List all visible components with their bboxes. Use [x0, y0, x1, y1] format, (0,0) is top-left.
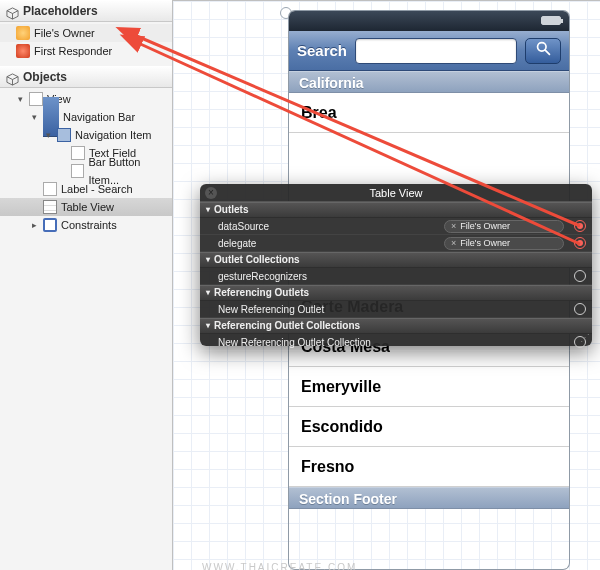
navigation-item-label: Navigation Item	[75, 126, 151, 144]
placeholders-list: File's Owner First Responder	[0, 22, 172, 66]
outline-table-view[interactable]: Table View	[0, 198, 172, 216]
new-referencing-outlet-collection-row[interactable]: New Referencing Outlet Collection	[200, 334, 592, 351]
label-icon	[43, 182, 57, 196]
disclosure-triangle-icon[interactable]: ▾	[30, 108, 39, 126]
view-icon	[29, 92, 43, 106]
disclosure-triangle-icon[interactable]: ▾	[206, 318, 210, 334]
table-view-icon	[43, 200, 57, 214]
navigation-bar-label: Navigation Bar	[63, 108, 135, 126]
new-referencing-outlet-row[interactable]: New Referencing Outlet	[200, 301, 592, 318]
constraints-icon	[43, 218, 57, 232]
disconnect-icon[interactable]: ×	[451, 238, 456, 249]
table-row[interactable]: Fresno	[289, 447, 569, 487]
connection-port-icon[interactable]	[574, 220, 586, 232]
disclosure-triangle-icon[interactable]: ▾	[206, 252, 210, 268]
connection-port-icon[interactable]	[574, 303, 586, 315]
referencing-outlet-collections-section-header[interactable]: ▾ Referencing Outlet Collections	[200, 318, 592, 334]
objects-header-label: Objects	[23, 66, 67, 88]
outlet-datasource-label: dataSource	[218, 221, 444, 232]
outlets-section-header[interactable]: ▾ Outlets	[200, 202, 592, 218]
disclosure-triangle-icon[interactable]: ▾	[44, 126, 53, 144]
outlet-delegate-row[interactable]: delegate ×File's Owner	[200, 235, 592, 252]
disclosure-triangle-icon[interactable]: ▸	[30, 216, 39, 234]
section-header: California	[289, 71, 569, 93]
connection-port-icon[interactable]	[574, 270, 586, 282]
svg-line-3	[545, 50, 549, 54]
connections-title: Table View	[370, 187, 423, 199]
outline-navigation-bar[interactable]: ▾ Navigation Bar	[0, 108, 172, 126]
gesture-recognizers-row[interactable]: gestureRecognizers	[200, 268, 592, 285]
bar-button-icon	[71, 164, 85, 178]
outlet-datasource-dest[interactable]: ×File's Owner	[444, 220, 564, 233]
new-referencing-outlet-label: New Referencing Outlet	[218, 304, 564, 315]
first-responder-icon	[16, 44, 30, 58]
disclosure-triangle-icon[interactable]: ▾	[206, 285, 210, 301]
outlets-header-label: Outlets	[214, 202, 248, 218]
placeholders-header-label: Placeholders	[23, 0, 98, 22]
outlet-delegate-label: delegate	[218, 238, 444, 249]
files-owner-icon	[16, 26, 30, 40]
text-field-icon	[71, 146, 85, 160]
outline-view[interactable]: ▾ View	[0, 90, 172, 108]
table-row[interactable]: Brea	[289, 93, 569, 133]
section-footer: Section Footer	[289, 487, 569, 509]
search-button[interactable]	[525, 38, 561, 64]
outline-bar-button-item[interactable]: Bar Button Item...	[0, 162, 172, 180]
close-icon[interactable]: ×	[205, 187, 217, 199]
placeholders-header: Placeholders	[0, 0, 172, 22]
navbar-search-label: Search	[297, 42, 347, 59]
disconnect-icon[interactable]: ×	[451, 221, 456, 232]
outlet-collections-header-label: Outlet Collections	[214, 252, 300, 268]
resize-handle-icon[interactable]: ⋰	[580, 332, 588, 343]
first-responder-label: First Responder	[34, 42, 112, 60]
outline-constraints[interactable]: ▸ Constraints	[0, 216, 172, 234]
search-text-field[interactable]	[355, 38, 517, 64]
navigation-bar: Search	[289, 31, 569, 71]
navitem-icon	[57, 128, 71, 142]
cube-icon	[6, 71, 19, 84]
connection-port-icon[interactable]	[574, 237, 586, 249]
cube-icon	[6, 5, 19, 18]
connections-title-bar[interactable]: × Table View	[200, 184, 592, 202]
document-outline: Placeholders File's Owner First Responde…	[0, 0, 173, 570]
outline-first-responder[interactable]: First Responder	[0, 42, 172, 60]
new-referencing-outlet-collection-label: New Referencing Outlet Collection	[218, 337, 564, 348]
outline-files-owner[interactable]: File's Owner	[0, 24, 172, 42]
watermark: WWW.THAICREATE.COM	[202, 562, 357, 570]
battery-icon	[541, 16, 561, 25]
table-view-label: Table View	[61, 198, 114, 216]
outlet-collections-section-header[interactable]: ▾ Outlet Collections	[200, 252, 592, 268]
search-icon	[535, 40, 552, 61]
objects-list: ▾ View ▾ Navigation Bar ▾ Navigation Ite…	[0, 88, 172, 240]
referencing-outlet-collections-header-label: Referencing Outlet Collections	[214, 318, 360, 334]
table-row[interactable]: Escondido	[289, 407, 569, 447]
disclosure-triangle-icon[interactable]: ▾	[206, 202, 210, 218]
referencing-outlets-section-header[interactable]: ▾ Referencing Outlets	[200, 285, 592, 301]
connections-panel[interactable]: × Table View ▾ Outlets dataSource ×File'…	[200, 184, 592, 346]
status-bar	[289, 11, 569, 31]
gesture-recognizers-label: gestureRecognizers	[218, 271, 564, 282]
constraints-label: Constraints	[61, 216, 117, 234]
disclosure-triangle-icon[interactable]: ▾	[16, 90, 25, 108]
table-row[interactable]: Emeryville	[289, 367, 569, 407]
label-search-label: Label - Search	[61, 180, 133, 198]
files-owner-label: File's Owner	[34, 24, 95, 42]
referencing-outlets-header-label: Referencing Outlets	[214, 285, 309, 301]
outlet-delegate-dest[interactable]: ×File's Owner	[444, 237, 564, 250]
outline-navigation-item[interactable]: ▾ Navigation Item	[0, 126, 172, 144]
outlet-datasource-row[interactable]: dataSource ×File's Owner	[200, 218, 592, 235]
objects-header: Objects	[0, 66, 172, 88]
